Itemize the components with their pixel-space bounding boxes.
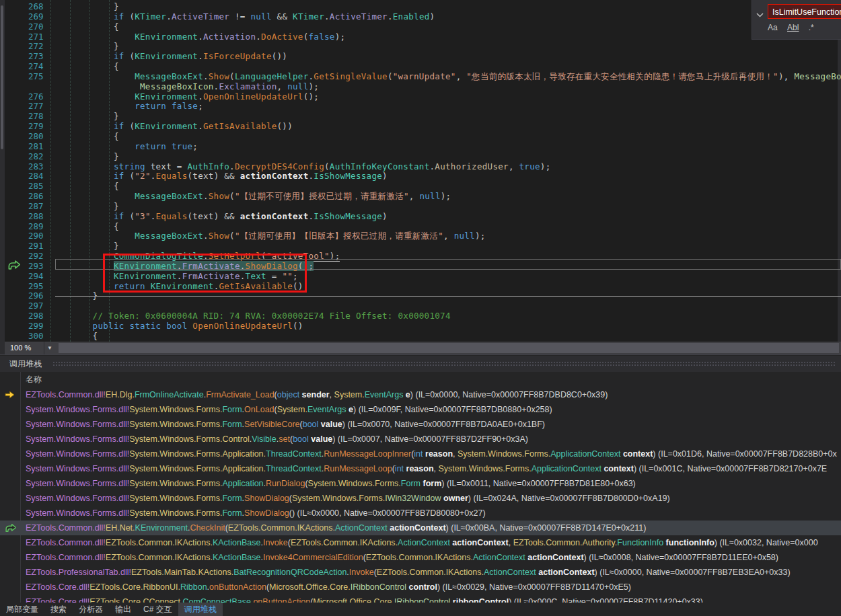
- code-line[interactable]: 285 {: [5, 182, 841, 192]
- code-line[interactable]: 275 MessageBoxExt.Show(LanguageHelper.Ge…: [5, 72, 841, 82]
- line-number: 291: [5, 241, 50, 252]
- code-token: {: [50, 22, 119, 32]
- frame-text: System.Windows.Forms.dll!System.Windows.…: [26, 432, 528, 447]
- search-input[interactable]: IsLimitUseFunction: [768, 4, 841, 19]
- current-frame-arrow-icon: [7, 260, 20, 272]
- tool-window-tab-分析器[interactable]: 分析器: [73, 603, 109, 616]
- code-token: null: [250, 11, 271, 22]
- code-token: !=: [229, 11, 250, 22]
- regex-toggle[interactable]: .*: [809, 23, 814, 32]
- code-token: ,: [456, 71, 467, 81]
- frame-gutter: [5, 565, 21, 580]
- callstack-frame[interactable]: EZTools.ProfessionalTab.dll!EZTools.Main…: [0, 565, 841, 580]
- code-token: (: [124, 171, 135, 181]
- code-token: if: [114, 51, 124, 61]
- tool-window-tab-输出[interactable]: 输出: [109, 603, 137, 616]
- search-options: Aa Abl .*: [768, 23, 821, 32]
- chevron-down-icon[interactable]: [756, 8, 764, 20]
- code-line[interactable]: 271 KEnvironment.Activation.DoActive(fal…: [5, 32, 841, 42]
- line-number: 280: [5, 132, 50, 142]
- code-token: }: [50, 41, 119, 51]
- code-line[interactable]: 274 {: [5, 62, 841, 72]
- code-line[interactable]: 280 {: [5, 132, 841, 142]
- callstack-frame[interactable]: EZTools.Common.dll!EH.Net.KEnvironment.C…: [0, 521, 841, 535]
- code-token: (: [229, 231, 235, 241]
- frame-text: System.Windows.Forms.dll!System.Windows.…: [26, 402, 552, 417]
- code-token: [50, 81, 140, 91]
- code-line[interactable]: 290 MessageBoxExt.Show("【过期可使用】【旧版本】授权已过…: [5, 231, 841, 241]
- callstack-column-header[interactable]: 名称: [0, 372, 841, 387]
- code-token: ): [382, 171, 388, 181]
- code-line[interactable]: MessageBoxIcon.Exclamation, null);: [5, 82, 841, 92]
- code-line[interactable]: 276 KEnvironment.OpenOnlineUpdateUrl();: [5, 92, 841, 102]
- code-line[interactable]: 286 MessageBoxExt.Show("【过期不可使用】授权已过期，请重…: [5, 192, 841, 202]
- line-number: 276: [5, 92, 50, 102]
- code-line[interactable]: 283 string text = AuthInfo.DecryptDES4Co…: [5, 162, 841, 172]
- code-line[interactable]: 297: [5, 301, 841, 311]
- code-line[interactable]: 279 if (KEnvironment.GetIsAvailable()): [5, 122, 841, 132]
- code-token: ),: [778, 71, 794, 81]
- code-line[interactable]: 284 if ("2".Equals(text) && actionContex…: [5, 171, 841, 182]
- code-token: OpenOnlineUpdateUrl: [203, 91, 303, 102]
- code-line[interactable]: 300 {: [5, 332, 841, 342]
- code-line[interactable]: 288 if ("3".Equals(text) && actionContex…: [5, 212, 841, 222]
- callstack-frame[interactable]: System.Windows.Forms.dll!System.Windows.…: [0, 417, 841, 432]
- code-token: );: [309, 81, 320, 91]
- editor-horizontal-scrollbar[interactable]: 100 % ▼: [5, 342, 841, 354]
- line-number: 277: [5, 102, 50, 112]
- callstack-frame[interactable]: System.Windows.Forms.dll!System.Windows.…: [0, 506, 841, 521]
- code-line[interactable]: 281 return true;: [5, 142, 841, 152]
- callstack-frame[interactable]: System.Windows.Forms.dll!System.Windows.…: [0, 432, 841, 447]
- code-line[interactable]: 273 if (KEnvironment.IsForceUpdate()): [5, 52, 841, 62]
- code-token: null: [454, 231, 475, 241]
- tool-window-tab-C# 交互[interactable]: C# 交互: [137, 603, 178, 616]
- code-line[interactable]: 272 }: [5, 42, 841, 52]
- code-token: .: [151, 211, 156, 221]
- left-scrollbar-thumb[interactable]: [1, 5, 3, 149]
- tool-window-tab-搜索[interactable]: 搜索: [44, 603, 73, 616]
- line-number: 270: [5, 22, 50, 32]
- code-token: (: [229, 191, 235, 201]
- code-line[interactable]: 287 }: [5, 202, 841, 212]
- code-token: );: [540, 161, 551, 171]
- tool-window-tab-局部变量[interactable]: 局部变量: [0, 603, 44, 616]
- line-number: 297: [5, 301, 50, 311]
- code-line[interactable]: 268 }: [5, 2, 841, 12]
- tool-window-tab-调用堆栈[interactable]: 调用堆栈: [178, 603, 223, 616]
- code-line[interactable]: 270 {: [5, 22, 841, 32]
- red-annotation-box: [103, 254, 307, 293]
- callstack-frame[interactable]: System.Windows.Forms.dll!System.Windows.…: [0, 402, 841, 417]
- match-case-toggle[interactable]: Aa: [768, 23, 778, 32]
- editor-zoom-select[interactable]: 100 %: [5, 342, 44, 354]
- code-line[interactable]: 277 return false;: [5, 102, 841, 112]
- code-line[interactable]: 289 {: [5, 222, 841, 232]
- callstack-frame[interactable]: EZTools.Common.dll!EZTools.Common.IKActi…: [0, 550, 841, 565]
- code-token: ): [382, 211, 388, 221]
- whole-word-toggle[interactable]: Abl: [787, 23, 799, 32]
- code-token: .: [166, 11, 172, 22]
- code-line[interactable]: 298 // Token: 0x0600004A RID: 74 RVA: 0x…: [5, 311, 841, 321]
- code-token: KEnvironment: [135, 51, 198, 61]
- code-token: .: [151, 171, 156, 181]
- find-panel: IsLimitUseFunction Aa Abl .*: [752, 0, 841, 40]
- callstack-frame[interactable]: EZTools.Core.dll!EZTools.Core.RibbonUI.R…: [0, 580, 841, 594]
- code-line[interactable]: 278 }: [5, 112, 841, 122]
- callstack-frame[interactable]: System.Windows.Forms.dll!System.Windows.…: [0, 476, 841, 491]
- code-line[interactable]: 299 public static bool OpenOnlineUpdateU…: [5, 321, 841, 332]
- code-token: [166, 141, 172, 151]
- code-token: LanguageHelper: [235, 71, 309, 81]
- callstack-frame[interactable]: System.Windows.Forms.dll!System.Windows.…: [0, 447, 841, 461]
- code-token: MessageBoxExt: [135, 71, 203, 81]
- hscroll-thumb[interactable]: [59, 343, 839, 353]
- callstack-frame[interactable]: EZTools.Common.dll!EH.Dlg.FrmOnlineActiv…: [0, 387, 841, 402]
- code-line[interactable]: 269 if (KTimer.ActiveTimer != null && KT…: [5, 12, 841, 22]
- callstack-frame[interactable]: System.Windows.Forms.dll!System.Windows.…: [0, 491, 841, 506]
- callstack-panel: 调用堆栈 名称 EZTools.Common.dll!EH.Dlg.FrmOnl…: [0, 354, 841, 603]
- code-line[interactable]: 282 }: [5, 152, 841, 162]
- code-token: if: [114, 11, 124, 22]
- code-line[interactable]: 291 }: [5, 241, 841, 252]
- code-token: ();: [303, 91, 319, 102]
- zoom-dropdown-arrow-icon[interactable]: ▼: [44, 342, 55, 354]
- callstack-frame[interactable]: EZTools.Common.dll!EZTools.Common.IKActi…: [0, 535, 841, 550]
- callstack-frame[interactable]: System.Windows.Forms.dll!System.Windows.…: [0, 461, 841, 476]
